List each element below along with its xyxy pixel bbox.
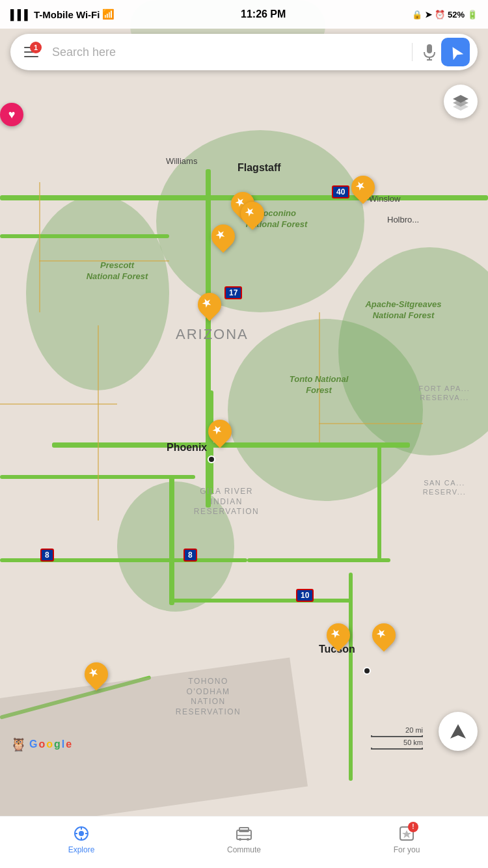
microphone-icon bbox=[422, 43, 437, 61]
for-you-icon-container: ! bbox=[398, 824, 416, 843]
star-marker-tucson-2[interactable]: ★ bbox=[372, 623, 396, 652]
nav-item-explore[interactable]: Explore bbox=[0, 824, 163, 854]
shield-i8-e: 8 bbox=[183, 549, 197, 562]
star-marker-phoenix[interactable]: ★ bbox=[208, 420, 232, 448]
heart-marker[interactable]: ♥ bbox=[0, 103, 23, 126]
explore-icon bbox=[73, 825, 90, 842]
explore-icon-container bbox=[72, 824, 90, 843]
search-bar[interactable]: 1 Search here bbox=[10, 34, 478, 70]
highway-nw bbox=[0, 234, 169, 238]
battery-percent: 52% bbox=[448, 10, 465, 20]
commute-label: Commute bbox=[227, 845, 261, 854]
star-marker-prescott[interactable]: ★ bbox=[198, 293, 221, 321]
layer-toggle-button[interactable] bbox=[444, 85, 478, 118]
scale-km: 50 km bbox=[403, 739, 423, 746]
flagstaff-label: Flagstaff bbox=[237, 161, 281, 175]
highway-se2 bbox=[247, 558, 390, 562]
phoenix-label: Phoenix bbox=[167, 441, 207, 455]
microphone-button[interactable] bbox=[418, 40, 441, 64]
for-you-label: For you bbox=[394, 845, 420, 854]
star-marker-tucson-1[interactable]: ★ bbox=[327, 623, 350, 652]
scale-ruler-km bbox=[371, 748, 423, 750]
menu-button[interactable]: 1 bbox=[18, 39, 44, 65]
wifi-icon: 📶 bbox=[102, 8, 115, 20]
highway-i8 bbox=[0, 558, 247, 562]
commute-icon bbox=[236, 825, 252, 842]
carrier-name: T-Mobile Wi-Fi bbox=[34, 9, 100, 20]
for-you-badge: ! bbox=[408, 822, 418, 832]
my-location-button[interactable] bbox=[439, 712, 478, 751]
status-time: 11:26 PM bbox=[241, 8, 286, 20]
tonto-forest-area bbox=[228, 319, 423, 501]
tucson-dot bbox=[363, 667, 371, 675]
phoenix-dot bbox=[208, 455, 215, 463]
status-icons: 🔒 ➤ ⏰ 52% 🔋 bbox=[412, 10, 478, 20]
google-owl-icon: 🦉 bbox=[10, 737, 27, 752]
san-carlos-label: SAN CA...RESERV... bbox=[402, 478, 487, 497]
star-marker-sw[interactable]: ★ bbox=[85, 662, 108, 691]
prescott-label: PrescottNational Forest bbox=[65, 260, 169, 282]
explore-label: Explore bbox=[68, 845, 95, 854]
holbrook-label: Holbro... bbox=[387, 215, 419, 226]
nav-item-for-you[interactable]: ! For you bbox=[325, 824, 488, 854]
signal-icon: ▌▌▌ bbox=[10, 9, 31, 20]
shield-i10: 10 bbox=[296, 589, 314, 602]
lock-icon: 🔒 bbox=[412, 10, 422, 20]
map[interactable]: 40 17 8 8 10 ARIZONA Phoenix Tucson Flag… bbox=[0, 0, 488, 816]
star-marker-winslow[interactable]: ★ bbox=[351, 176, 375, 204]
gila-river-label: GILA RIVERINDIANRESERVATION bbox=[161, 487, 291, 517]
star-marker-coconino-3[interactable]: ★ bbox=[211, 224, 235, 253]
shield-i8-w: 8 bbox=[40, 549, 54, 562]
bottom-navigation: Explore Commute ! For you bbox=[0, 816, 488, 868]
williams-label: Williams bbox=[166, 156, 197, 167]
svg-marker-7 bbox=[448, 44, 463, 60]
scale-bar: 20 mi 50 km bbox=[371, 726, 423, 750]
location-arrow-icon bbox=[449, 722, 467, 740]
shield-i17: 17 bbox=[224, 286, 242, 299]
highway-i10-s2 bbox=[169, 599, 351, 603]
menu-badge: 1 bbox=[30, 42, 42, 53]
fort-apache-label: FORT APA...RESERVA... bbox=[402, 384, 487, 403]
tonto-label: Tonto NationalForest bbox=[260, 374, 377, 396]
status-carrier: ▌▌▌ T-Mobile Wi-Fi 📶 bbox=[10, 8, 115, 20]
scale-miles: 20 mi bbox=[405, 726, 423, 734]
search-placeholder: Search here bbox=[52, 46, 116, 59]
highway-tucson-s bbox=[349, 651, 353, 781]
local-road-6 bbox=[319, 423, 423, 424]
tohono-label: TOHONOO'ODHAMNATIONRESERVATION bbox=[143, 677, 273, 717]
svg-point-9 bbox=[79, 831, 84, 836]
search-divider bbox=[412, 43, 413, 61]
google-logo: 🦉 Google bbox=[10, 737, 72, 752]
status-bar: ▌▌▌ T-Mobile Wi-Fi 📶 11:26 PM 🔒 ➤ ⏰ 52% … bbox=[0, 0, 488, 29]
search-input[interactable]: Search here bbox=[44, 46, 407, 59]
svg-point-18 bbox=[247, 838, 249, 841]
apache-label: Apache-SitgreavesNational Forest bbox=[338, 299, 468, 321]
local-road-4 bbox=[0, 403, 117, 405]
battery-icon: 🔋 bbox=[467, 10, 478, 20]
layers-icon bbox=[452, 92, 470, 111]
directions-icon bbox=[448, 44, 463, 60]
commute-icon-container bbox=[235, 824, 253, 843]
scale-ruler-miles bbox=[371, 735, 423, 737]
star-marker-coconino-2[interactable]: ★ bbox=[241, 202, 264, 230]
local-road-3 bbox=[98, 325, 99, 521]
svg-point-17 bbox=[239, 838, 241, 841]
local-road-1 bbox=[39, 182, 40, 312]
svg-marker-3 bbox=[450, 724, 466, 739]
location-icon: ➤ bbox=[425, 10, 432, 20]
highway-se1 bbox=[377, 442, 381, 560]
shield-i40: 40 bbox=[332, 185, 349, 198]
nav-item-commute[interactable]: Commute bbox=[163, 824, 325, 854]
state-label: ARIZONA bbox=[176, 325, 249, 344]
navigation-button[interactable] bbox=[441, 38, 470, 66]
menu-line-3 bbox=[24, 56, 38, 57]
alarm-icon: ⏰ bbox=[435, 10, 445, 20]
svg-marker-2 bbox=[453, 103, 468, 111]
svg-rect-4 bbox=[427, 44, 432, 53]
